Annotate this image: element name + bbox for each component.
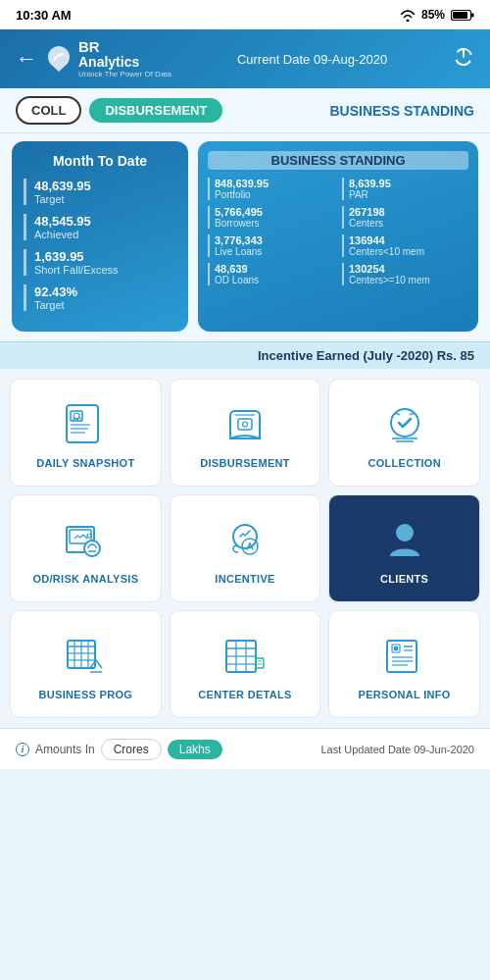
biz-item-0: 848,639.95 Portfolio <box>208 178 334 200</box>
biz-item-6: 48,639 OD Loans <box>208 263 334 285</box>
business-prog-label: BUSINESS PROG <box>39 689 133 700</box>
lakhs-button[interactable]: Lakhs <box>168 740 222 759</box>
menu-item-clients[interactable]: CLIENTS <box>328 494 480 602</box>
power-button[interactable] <box>453 46 474 73</box>
month-label-3: Target <box>34 299 176 311</box>
biz-val-6: 48,639 <box>215 263 334 275</box>
dashboard: Month To Date 48,639.95 Target 48,545.95… <box>0 133 490 341</box>
menu-item-daily-snapshot[interactable]: DAILY SNAPSHOT <box>10 379 162 487</box>
daily-snapshot-icon <box>61 400 110 449</box>
clients-label: CLIENTS <box>380 573 428 585</box>
biz-lbl-1: PAR <box>349 189 468 200</box>
biz-item-2: 5,766,495 Borrowers <box>208 206 334 229</box>
bottom-bar: i Amounts In Crores Lakhs Last Updated D… <box>0 728 490 769</box>
menu-grid: DAILY SNAPSHOT DISBURSEMENT <box>0 369 490 728</box>
month-to-date-box: Month To Date 48,639.95 Target 48,545.95… <box>12 141 188 332</box>
personal-info-label: PERSONAL INFO <box>359 689 451 700</box>
biz-lbl-4: Live Loans <box>215 246 334 257</box>
personal-info-icon <box>380 632 429 681</box>
disbursement-icon <box>220 400 270 449</box>
biz-item-4: 3,776,343 Live Loans <box>208 234 334 257</box>
month-label-2: Short Fall/Excess <box>34 264 176 276</box>
biz-val-5: 136944 <box>349 234 468 246</box>
incentive-icon <box>220 516 270 565</box>
business-prog-icon <box>61 632 110 681</box>
biz-val-3: 267198 <box>349 206 468 218</box>
svg-point-12 <box>242 422 247 427</box>
clients-icon <box>380 516 429 565</box>
biz-lbl-0: Portfolio <box>215 189 334 200</box>
biz-lbl-7: Centers>=10 mem <box>349 275 468 285</box>
header: ← BR Analytics Unlock The Power Of Data … <box>0 29 490 88</box>
menu-item-personal-info[interactable]: PERSONAL INFO <box>328 610 480 718</box>
biz-item-1: 8,639.95 PAR <box>342 178 468 200</box>
wifi-icon <box>400 9 416 22</box>
biz-val-7: 130254 <box>349 263 468 275</box>
svg-rect-11 <box>238 419 252 430</box>
last-updated-label: Last Updated Date 09-Jun-2020 <box>320 744 474 755</box>
power-icon <box>453 46 474 68</box>
svg-point-24 <box>396 524 414 542</box>
menu-item-collection[interactable]: COLLECTION <box>328 379 480 487</box>
back-button[interactable]: ← <box>16 46 37 72</box>
info-icon: i <box>16 743 29 756</box>
status-time: 10:30 AM <box>16 8 72 23</box>
amounts-in-label: Amounts In <box>35 743 95 756</box>
month-label-1: Achieved <box>34 229 176 240</box>
menu-item-disbursement[interactable]: DISBURSEMENT <box>170 379 321 487</box>
menu-item-business-prog[interactable]: BUSINESS PROG <box>10 610 162 718</box>
biz-lbl-2: Borrowers <box>215 218 334 229</box>
biz-val-1: 8,639.95 <box>349 178 468 189</box>
od-risk-label: OD/RISK ANALYSIS <box>32 573 138 585</box>
logo-icon <box>45 44 73 74</box>
business-standing-box: BUSINESS STANDING 848,639.95 Portfolio 8… <box>198 141 478 332</box>
logo-br: BR <box>78 39 172 56</box>
od-risk-icon <box>61 516 110 565</box>
biz-item-3: 267198 Centers <box>342 206 468 229</box>
month-item-3: 92.43% Target <box>24 284 176 311</box>
month-value-3: 92.43% <box>34 284 176 299</box>
svg-rect-2 <box>471 13 474 17</box>
tab-coll[interactable]: COLL <box>16 96 81 125</box>
battery-percent: 85% <box>421 8 445 22</box>
month-to-date-title: Month To Date <box>24 153 176 169</box>
status-bar: 10:30 AM 85% <box>0 0 490 29</box>
incentive-label: INCENTIVE <box>215 573 274 585</box>
svg-point-18 <box>84 541 100 556</box>
svg-rect-1 <box>453 12 467 19</box>
header-left: ← BR Analytics Unlock The Power Of Data <box>16 39 172 79</box>
svg-point-44 <box>393 646 398 651</box>
biz-item-5: 136944 Centers<10 mem <box>342 234 468 257</box>
disbursement-label: DISBURSEMENT <box>200 457 290 469</box>
biz-val-4: 3,776,343 <box>215 234 334 246</box>
logo-tagline: Unlock The Power Of Data <box>78 70 172 78</box>
business-standing-header: BUSINESS STANDING <box>208 151 468 170</box>
crores-button[interactable]: Crores <box>101 739 162 760</box>
logo-analytics: Analytics <box>78 55 172 70</box>
biz-val-2: 5,766,495 <box>215 206 334 218</box>
amounts-left: i Amounts In Crores Lakhs <box>16 739 222 760</box>
biz-lbl-3: Centers <box>349 218 468 229</box>
menu-item-od-risk[interactable]: OD/RISK ANALYSIS <box>10 494 162 602</box>
logo-area: BR Analytics Unlock The Power Of Data <box>45 39 172 79</box>
biz-val-0: 848,639.95 <box>215 178 334 189</box>
month-value-2: 1,639.95 <box>34 249 176 264</box>
month-value-1: 48,545.95 <box>34 214 176 229</box>
battery-icon <box>451 9 474 22</box>
biz-lbl-5: Centers<10 mem <box>349 246 468 257</box>
biz-lbl-6: OD Loans <box>215 275 334 285</box>
tab-disbursement[interactable]: DISBURSEMENT <box>89 98 222 123</box>
menu-item-center-detals[interactable]: CENTER DETALS <box>170 610 321 718</box>
header-date: Current Date 09-Aug-2020 <box>237 52 387 67</box>
collection-icon <box>380 400 429 449</box>
month-label-0: Target <box>34 193 176 205</box>
menu-item-incentive[interactable]: INCENTIVE <box>170 494 321 602</box>
center-detals-icon <box>220 632 270 681</box>
tab-row: COLL DISBURSEMENT BUSINESS STANDING <box>0 88 490 133</box>
incentive-banner: Incentive Earned (July -2020) Rs. 85 <box>0 341 490 369</box>
month-value-0: 48,639.95 <box>34 179 176 193</box>
center-detals-label: CENTER DETALS <box>198 689 291 700</box>
svg-point-20 <box>87 534 91 538</box>
month-item-2: 1,639.95 Short Fall/Excess <box>24 249 176 276</box>
business-grid: 848,639.95 Portfolio 8,639.95 PAR 5,766,… <box>208 178 468 285</box>
